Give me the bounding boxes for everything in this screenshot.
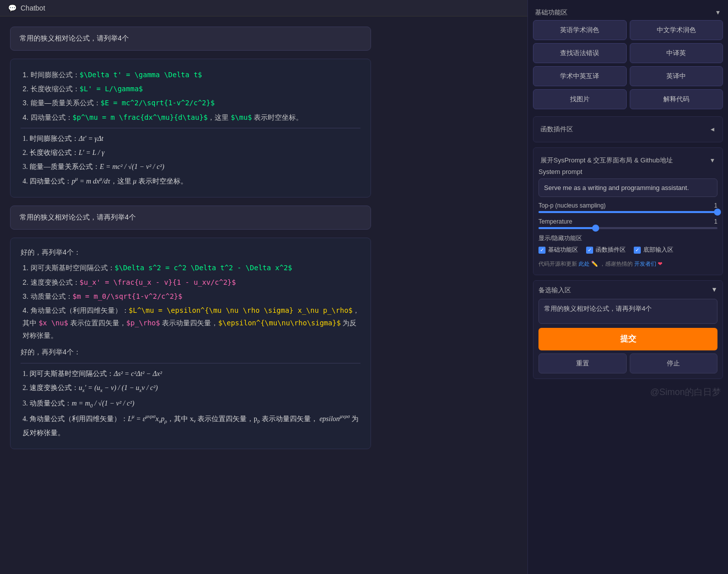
sys-prompt-value[interactable]: Serve me as a writing and programming as… (538, 178, 717, 197)
plugin-area-section: 函数插件区 ◄ (533, 116, 723, 142)
top-p-thumb[interactable] (714, 209, 721, 216)
formula-item: 4. 角动量公式（利用四维矢量）：$L^\mu = \epsilon^{\mu … (21, 304, 360, 342)
rendered-formula: 2. 速度变换公式：ux′ = (ux − v) / (1 − uxv / c²… (21, 381, 360, 396)
rendered-formula: 3. 动质量公式：m = m0 / √(1 − v² / c²) (21, 397, 360, 411)
formula-code: $E = mc^2/\sqrt{1-v^2/c^2}$ (101, 99, 215, 107)
checkbox-bottom[interactable]: ✓ 底部输入区 (634, 246, 673, 254)
checkbox-plugin[interactable]: ✓ 函数插件区 (586, 246, 626, 254)
rendered-formula: 2. 长度收缩公式：L′ = L / γ (21, 146, 360, 159)
formula-code: $\mu$ (231, 113, 252, 121)
right-panel: 基础功能区 ▼ 英语学术润色 中文学术润色 查找语法错误 中译英 学术中英互译 … (527, 0, 728, 574)
math: L′ = L / γ (79, 149, 104, 156)
plugin-area-label: 函数插件区 (540, 125, 573, 134)
formula-code: $\Delta s^2 = c^2 \Delta t^2 - \Delta x^… (115, 264, 292, 272)
formula-code: $m = m_0/\sqrt{1-v^2/c^2}$ (73, 292, 183, 300)
checkbox-basic[interactable]: ✓ 基础功能区 (538, 246, 578, 254)
plugin-area-arrow: ◄ (709, 126, 715, 133)
formula-code: $\epsilon^{\mu\nu\rho\sigma}$ (218, 319, 340, 327)
submit-button[interactable]: 提交 (538, 328, 717, 350)
show-hide-section: 显示/隐藏功能区 ✓ 基础功能区 ✓ 函数插件区 ✓ 底部输入区 (538, 234, 717, 254)
sys-prompt-title: 展开SysPrompt & 交互界面布局 & Github地址 (540, 156, 673, 165)
backup-input-field[interactable]: 常用的狭义相对论公式，请再列举4个 (538, 299, 717, 324)
btn-explain-code[interactable]: 解释代码 (630, 89, 723, 109)
sys-prompt-header: 展开SysPrompt & 交互界面布局 & Github地址 ▼ (538, 153, 717, 168)
sys-prompt-section: 展开SysPrompt & 交互界面布局 & Github地址 ▼ System… (533, 147, 723, 275)
checkbox-basic-box: ✓ (538, 247, 545, 254)
app-title: Chatbot (21, 4, 45, 12)
left-panel: 💬 Chatbot 常用的狭义相对论公式，请列举4个 1. 时间膨胀公式：$\D… (0, 0, 527, 574)
temperature-row: Temperature 1 (538, 218, 717, 229)
formula-item: 2. 速度变换公式：$u_x' = \frac{u_x - v}{1 - u_x… (21, 276, 360, 289)
reset-button[interactable]: 重置 (538, 353, 627, 373)
formula-item: 1. 时间膨胀公式：$\Delta t' = \gamma \Delta t$ (21, 69, 360, 81)
response-intro: 好的，再列举4个： (21, 246, 360, 259)
watermark: @Simon的白日梦 (533, 384, 723, 400)
rendered-formula: 3. 能量—质量关系公式：E = mc² / √(1 − v² / c²) (21, 160, 360, 173)
formula-item: 2. 长度收缩公式：$L' = L/\gamma$ (21, 83, 360, 95)
math: Δt′ = γΔt (79, 135, 103, 142)
sys-prompt-label: System prompt (538, 168, 717, 175)
formula-item: 1. 闵可夫斯基时空间隔公式：$\Delta s^2 = c^2 \Delta … (21, 262, 360, 274)
math: ux′ = (ux − v) / (1 − uxv / c²) (79, 384, 158, 392)
basic-functions-section: 基础功能区 ▼ 英语学术润色 中文学术润色 查找语法错误 中译英 学术中英互译 … (533, 5, 723, 111)
contributors-link[interactable]: 开发者们 (634, 261, 656, 267)
top-p-track[interactable] (538, 211, 717, 213)
bottom-buttons: 重置 停止 (538, 353, 717, 373)
plugin-area-header: 函数插件区 ◄ (538, 122, 717, 137)
temperature-track[interactable] (538, 227, 717, 229)
math: E = mc² / √(1 − v² / c²) (100, 163, 164, 170)
formula-item: 3. 动质量公式：$m = m_0/\sqrt{1-v^2/c^2}$ (21, 290, 360, 303)
btn-en-polish[interactable]: 英语学术润色 (533, 20, 627, 40)
backup-header: 备选输入区 ▼ (538, 286, 717, 295)
formula-item: 3. 能量—质量关系公式：$E = mc^2/\sqrt{1-v^2/c^2}$ (21, 97, 360, 109)
rendered-formula: 1. 时间膨胀公式：Δt′ = γΔt (21, 132, 360, 145)
user-message-1: 常用的狭义相对论公式，请列举4个 (10, 27, 371, 51)
formula-code: $p^\mu = m \frac{dx^\mu}{d\tau}$ (73, 113, 208, 121)
btn-cn-polish[interactable]: 中文学术润色 (630, 20, 723, 40)
formula-code: $L^\mu = \epsilon^{\mu \nu \rho \sigma} … (129, 306, 353, 314)
math: Lμ = εμνρσxνpρ (128, 415, 167, 423)
show-hide-label: 显示/隐藏功能区 (538, 234, 717, 243)
formula-code: $\Delta t' = \gamma \Delta t$ (80, 71, 202, 79)
top-p-row: Top-p (nucleus sampling) 1 (538, 202, 717, 213)
math: pμ = m dxμ/dτ (72, 177, 110, 185)
assistant-message-2: 好的，再列举4个： 1. 闵可夫斯基时空间隔公式：$\Delta s^2 = c… (10, 238, 371, 449)
backup-label: 备选输入区 (538, 286, 571, 295)
top-p-fill (538, 211, 717, 213)
formula-item: 4. 四动量公式：$p^\mu = m \frac{dx^\mu}{d\tau}… (21, 111, 360, 124)
temperature-thumb[interactable] (592, 225, 599, 232)
btn-find-image[interactable]: 找图片 (533, 89, 627, 109)
rendered-formula: 4. 角动量公式（利用四维矢量）：Lμ = εμνρσxνpρ，其中 xν 表示… (21, 412, 360, 439)
heart-icon: ❤ (658, 261, 662, 267)
top-p-label: Top-p (nucleus sampling) 1 (538, 202, 717, 209)
btn-en-to-cn[interactable]: 英译中 (630, 66, 723, 86)
formula-code: $p_\rho$ (126, 319, 160, 327)
footer-links: 代码开源和更新 此处 ✏️ ，感谢热情的 开发者们 ❤ (538, 258, 717, 270)
math: epsilonμνρσ (319, 415, 350, 423)
header-bar: 💬 Chatbot (0, 0, 527, 17)
response-repeat: 好的，再列举4个： (21, 346, 360, 358)
btn-academic-translate[interactable]: 学术中英互译 (533, 66, 627, 86)
temperature-fill (538, 227, 596, 229)
basic-functions-label: 基础功能区 (535, 8, 568, 17)
basic-functions-grid: 英语学术润色 中文学术润色 查找语法错误 中译英 学术中英互译 英译中 找图片 … (533, 20, 723, 109)
formula-code: $u_x' = \frac{u_x - v}{1 - u_xv/c^2}$ (80, 278, 236, 286)
btn-grammar-check[interactable]: 查找语法错误 (533, 43, 627, 63)
formula-code: $L' = L/\gamma$ (80, 85, 143, 93)
chat-area: 常用的狭义相对论公式，请列举4个 1. 时间膨胀公式：$\Delta t' = … (0, 17, 527, 574)
checkbox-row: ✓ 基础功能区 ✓ 函数插件区 ✓ 底部输入区 (538, 246, 717, 254)
basic-functions-arrow: ▼ (715, 9, 721, 16)
stop-button[interactable]: 停止 (630, 353, 718, 373)
assistant-message-1: 1. 时间膨胀公式：$\Delta t' = \gamma \Delta t$ … (10, 59, 371, 198)
user-message-2: 常用的狭义相对论公式，请再列举4个 (10, 206, 371, 230)
sys-prompt-arrow: ▼ (709, 157, 715, 164)
rendered-formula: 4. 四动量公式：pμ = m dxμ/dτ，这里 μ 表示时空坐标。 (21, 174, 360, 187)
footer-link[interactable]: 此处 (579, 261, 590, 267)
checkbox-plugin-box: ✓ (586, 247, 593, 254)
chat-icon: 💬 (8, 4, 17, 12)
basic-functions-header: 基础功能区 ▼ (533, 5, 723, 20)
btn-cn-to-en[interactable]: 中译英 (630, 43, 723, 63)
math: μ (133, 177, 136, 185)
backup-input-section: 备选输入区 ▼ 常用的狭义相对论公式，请再列举4个 提交 重置 停止 (533, 280, 723, 379)
checkbox-bottom-box: ✓ (634, 247, 641, 254)
